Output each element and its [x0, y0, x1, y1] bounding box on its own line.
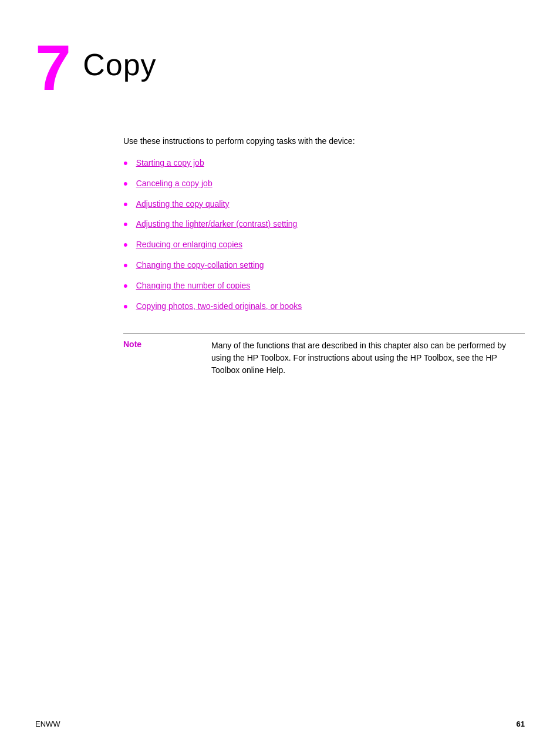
footer-enww: ENWW: [35, 720, 60, 728]
link-canceling-copy-job[interactable]: Canceling a copy job: [136, 177, 212, 190]
bullet-icon: •: [123, 236, 128, 254]
list-item: • Changing the copy-collation setting: [123, 259, 525, 275]
note-content: Many of the functions that are described…: [211, 340, 525, 377]
chapter-header: 7 Copy: [0, 23, 560, 100]
link-number-of-copies[interactable]: Changing the number of copies: [136, 280, 251, 292]
bullet-list: • Starting a copy job • Canceling a copy…: [123, 157, 525, 315]
link-copy-collation[interactable]: Changing the copy-collation setting: [136, 259, 264, 271]
bullet-icon: •: [123, 196, 128, 214]
page-footer: ENWW 61: [0, 720, 560, 728]
note-label: Note: [123, 340, 141, 349]
content-area: Use these instructions to perform copyin…: [0, 135, 560, 377]
link-adjusting-copy-quality[interactable]: Adjusting the copy quality: [136, 198, 230, 210]
note-section: Note Many of the functions that are desc…: [123, 333, 525, 377]
note-label-col: Note: [123, 340, 211, 349]
list-item: • Starting a copy job: [123, 157, 525, 173]
list-item: • Canceling a copy job: [123, 177, 525, 193]
list-item: • Changing the number of copies: [123, 280, 525, 295]
link-reducing-enlarging[interactable]: Reducing or enlarging copies: [136, 238, 242, 251]
list-item: • Copying photos, two-sided originals, o…: [123, 300, 525, 316]
bullet-icon: •: [123, 257, 128, 275]
bullet-icon: •: [123, 216, 128, 234]
chapter-number: 7: [35, 35, 71, 100]
list-item: • Adjusting the lighter/darker (contrast…: [123, 218, 525, 234]
link-adjusting-lighter-darker[interactable]: Adjusting the lighter/darker (contrast) …: [136, 218, 298, 230]
list-item: • Adjusting the copy quality: [123, 198, 525, 214]
page-container: 7 Copy Use these instructions to perform…: [0, 0, 560, 746]
intro-text: Use these instructions to perform copyin…: [123, 135, 525, 147]
link-starting-copy-job[interactable]: Starting a copy job: [136, 157, 204, 169]
bullet-icon: •: [123, 175, 128, 193]
footer-page-number: 61: [517, 720, 525, 728]
link-copying-photos[interactable]: Copying photos, two-sided originals, or …: [136, 300, 302, 312]
bullet-icon: •: [123, 298, 128, 316]
bullet-icon: •: [123, 154, 128, 173]
chapter-title: Copy: [83, 47, 156, 82]
list-item: • Reducing or enlarging copies: [123, 238, 525, 254]
bullet-icon: •: [123, 277, 128, 295]
